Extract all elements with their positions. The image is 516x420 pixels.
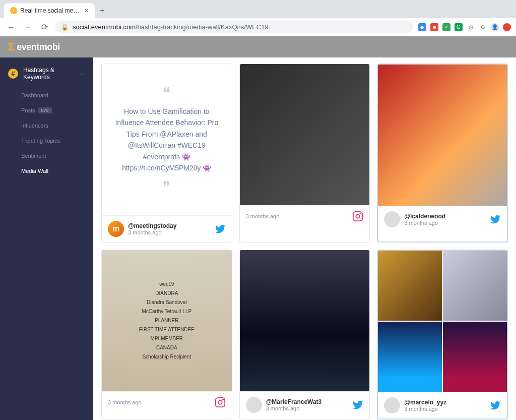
sidebar-item-sentiment[interactable]: Sentiment bbox=[0, 148, 93, 163]
sidebar-item-influencers[interactable]: Influencers bbox=[0, 118, 93, 133]
post-image bbox=[240, 250, 370, 391]
user-handle[interactable]: @MarieFranceWat3 bbox=[266, 398, 349, 405]
sidebar-item-label: Dashboard bbox=[21, 92, 48, 98]
avatar bbox=[246, 397, 262, 413]
svg-point-2 bbox=[360, 213, 361, 214]
sidebar-item-posts[interactable]: Posts 679 bbox=[0, 103, 93, 118]
sidebar-item-trending[interactable]: Trending Topics bbox=[0, 133, 93, 148]
close-tab-icon[interactable]: × bbox=[85, 7, 89, 15]
avatar bbox=[384, 397, 400, 413]
extension-icon[interactable]: ◎ bbox=[467, 23, 475, 31]
sidebar-item-dashboard[interactable]: Dashboard bbox=[0, 88, 93, 103]
extension-icon[interactable]: ◆ bbox=[418, 23, 426, 31]
lock-icon: 🔒 bbox=[61, 24, 69, 31]
main-layout: # Hashtags & Keywords ︿ Dashboard Posts … bbox=[0, 57, 516, 420]
quote-text: How to Use Gamification to Influence Att… bbox=[114, 101, 220, 178]
sidebar-item-media-wall[interactable]: Media Wall bbox=[0, 163, 93, 178]
hashtag-icon: # bbox=[8, 69, 18, 79]
timestamp: 3 months ago bbox=[266, 405, 349, 411]
card-footer: @marcelo_yyz 3 months ago bbox=[378, 392, 507, 418]
sidebar-item-label: Media Wall bbox=[21, 168, 48, 174]
media-card[interactable]: @marcelo_yyz 3 months ago bbox=[377, 250, 508, 419]
twitter-icon bbox=[490, 214, 501, 225]
instagram-icon bbox=[215, 397, 226, 408]
chevron-up-icon: ︿ bbox=[80, 70, 85, 77]
sidebar: # Hashtags & Keywords ︿ Dashboard Posts … bbox=[0, 57, 93, 420]
extension-icons: ◆ ■ ✓ G ◎ ⊙ 👤 bbox=[418, 23, 511, 31]
tab-favicon-icon: ! bbox=[10, 7, 17, 14]
card-footer: @lcalderwood 3 months ago bbox=[378, 206, 507, 232]
extension-icon[interactable]: ■ bbox=[430, 23, 438, 31]
new-tab-button[interactable]: + bbox=[95, 3, 109, 18]
sidebar-section-header[interactable]: # Hashtags & Keywords ︿ bbox=[0, 63, 93, 85]
card-footer: m @meetingstoday 3 months ago bbox=[102, 215, 232, 242]
quote-close-icon: ❞ bbox=[163, 178, 170, 195]
user-handle[interactable]: @lcalderwood bbox=[404, 213, 486, 220]
media-card[interactable]: @lcalderwood 3 months ago bbox=[377, 64, 508, 243]
media-card[interactable]: ❝ How to Use Gamification to Influence A… bbox=[101, 64, 232, 243]
media-grid: ❝ How to Use Gamification to Influence A… bbox=[97, 64, 512, 419]
extension-icon[interactable]: ✓ bbox=[442, 23, 450, 31]
content-area: ❝ How to Use Gamification to Influence A… bbox=[93, 57, 516, 420]
twitter-icon bbox=[215, 223, 226, 234]
avatar: m bbox=[108, 221, 124, 237]
posts-count-badge: 679 bbox=[38, 107, 52, 113]
sidebar-header-label: Hashtags & Keywords bbox=[23, 67, 75, 81]
app-topbar: Σ eventmobi bbox=[0, 36, 516, 57]
forward-button[interactable]: → bbox=[22, 22, 34, 33]
browser-tab[interactable]: ! Real-time social media analytic × bbox=[4, 3, 95, 18]
browser-chrome: ! Real-time social media analytic × + ← … bbox=[0, 0, 516, 36]
profile-icon[interactable]: 👤 bbox=[491, 23, 499, 31]
post-image bbox=[378, 251, 507, 392]
card-footer: @MarieFranceWat3 3 months ago bbox=[240, 391, 370, 418]
avatar bbox=[384, 211, 400, 227]
logo[interactable]: Σ eventmobi bbox=[8, 40, 60, 53]
twitter-icon bbox=[490, 400, 501, 411]
sidebar-item-label: Sentiment bbox=[21, 153, 46, 159]
back-button[interactable]: ← bbox=[5, 22, 17, 33]
timestamp: 3 months ago bbox=[404, 220, 486, 226]
user-handle[interactable]: @meetingstoday bbox=[128, 222, 211, 229]
user-handle[interactable]: @marcelo_yyz bbox=[404, 399, 486, 406]
extension-icon[interactable] bbox=[503, 23, 511, 31]
tab-title: Real-time social media analytic bbox=[20, 7, 82, 14]
sidebar-item-label: Posts bbox=[21, 107, 35, 113]
card-footer: 3 months ago bbox=[102, 391, 232, 413]
svg-point-1 bbox=[356, 214, 360, 218]
tab-bar: ! Real-time social media analytic × + bbox=[0, 0, 516, 18]
twitter-icon bbox=[352, 399, 363, 410]
logo-text: eventmobi bbox=[17, 42, 60, 52]
url-bar: ← → ⟳ 🔒 social.eventmobi.com/hashtag-tra… bbox=[0, 18, 516, 36]
timestamp: 3 months ago bbox=[128, 229, 211, 235]
post-image bbox=[378, 65, 507, 206]
url-input[interactable]: 🔒 social.eventmobi.com/hashtag-tracking/… bbox=[55, 21, 413, 33]
post-image: wec19 DIANDRA Diandra Sandoval McCarthy … bbox=[102, 250, 232, 391]
card-footer: 3 months ago bbox=[240, 205, 370, 227]
extension-icon[interactable]: ⊙ bbox=[479, 23, 487, 31]
sidebar-items: Dashboard Posts 679 Influencers Trending… bbox=[0, 85, 93, 182]
timestamp: 3 months ago bbox=[246, 213, 349, 219]
quote-body: ❝ How to Use Gamification to Influence A… bbox=[102, 64, 232, 215]
instagram-icon bbox=[352, 211, 363, 222]
media-card[interactable]: wec19 DIANDRA Diandra Sandoval McCarthy … bbox=[101, 250, 232, 419]
sidebar-item-label: Trending Topics bbox=[21, 138, 60, 144]
svg-point-4 bbox=[218, 401, 222, 404]
quote-open-icon: ❝ bbox=[163, 84, 170, 101]
reload-button[interactable]: ⟳ bbox=[39, 21, 50, 33]
svg-point-5 bbox=[222, 399, 223, 400]
sidebar-item-label: Influencers bbox=[21, 123, 48, 129]
post-image bbox=[240, 64, 370, 205]
logo-mark-icon: Σ bbox=[8, 40, 15, 53]
media-card[interactable]: 3 months ago bbox=[239, 64, 370, 243]
url-text: social.eventmobi.com/hashtag-tracking/me… bbox=[73, 23, 407, 31]
timestamp: 3 months ago bbox=[404, 406, 486, 412]
media-card[interactable]: @MarieFranceWat3 3 months ago bbox=[239, 250, 370, 419]
extension-icon[interactable]: G bbox=[455, 23, 463, 31]
timestamp: 3 months ago bbox=[108, 399, 211, 405]
